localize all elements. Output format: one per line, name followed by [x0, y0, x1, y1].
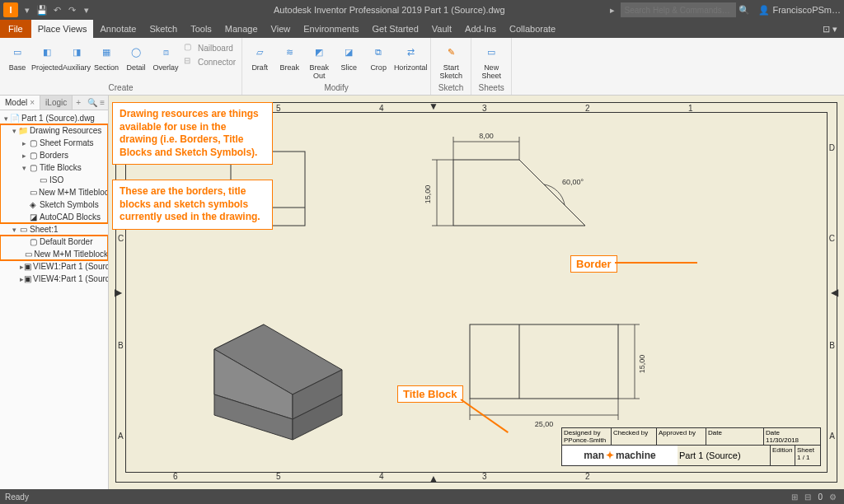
browser-tab-ilogic[interactable]: iLogic [40, 96, 73, 110]
tab-annotate[interactable]: Annotate [93, 20, 143, 38]
border-icon: ▢ [28, 151, 38, 161]
auxiliary-button[interactable]: ◨Auxiliary [63, 40, 91, 74]
ribbon-group-sheets: ▭New Sheet Sheets [471, 38, 512, 95]
center-arrow-icon: ▼ [429, 101, 438, 111]
tree-sheet1[interactable]: ▾▭Sheet:1 [0, 223, 108, 236]
tree-autocad-blocks[interactable]: ◪AutoCAD Blocks [0, 211, 108, 223]
user-icon: 👤 [758, 5, 770, 16]
sb-icon[interactable]: ⚙ [826, 492, 839, 502]
tree-default-border[interactable]: ▢Default Border [0, 236, 108, 248]
tab-sketch[interactable]: Sketch [143, 20, 185, 38]
projected-button[interactable]: ◧Projected [33, 40, 61, 74]
tab-get-started[interactable]: Get Started [366, 20, 425, 38]
connector-button[interactable]: ⊟Connector [181, 55, 238, 68]
breakout-button[interactable]: ◩Break Out [305, 40, 333, 82]
svg-text:15,00: 15,00 [424, 185, 432, 204]
tb-date: 11/30/2018 [766, 436, 818, 444]
redo-icon[interactable]: ↷ [66, 4, 77, 16]
center-arrow-icon: ▲ [429, 474, 438, 483]
svg-rect-12 [470, 324, 618, 399]
tb-designed-lbl: Designed by [564, 429, 609, 436]
search-arrow-icon[interactable]: ▸ [607, 4, 618, 16]
zone-bot: 5 [276, 472, 281, 481]
tab-vault[interactable]: Vault [425, 20, 458, 38]
user-menu[interactable]: 👤 FranciscoPSm… [758, 5, 841, 16]
sb-icon[interactable]: ⊞ [788, 492, 801, 502]
tree-title-blocks[interactable]: ▾▢Title Blocks [0, 161, 108, 174]
tree-sheet-formats[interactable]: ▸▢Sheet Formats [0, 137, 108, 149]
file-tab[interactable]: File [0, 20, 31, 38]
crop-icon: ⧉ [368, 41, 389, 63]
projected-icon: ◧ [36, 41, 58, 63]
app-title: Autodesk Inventor Professional 2019 Part… [274, 5, 505, 15]
svg-text:8,00: 8,00 [479, 132, 494, 140]
tree-new-titleblock[interactable]: ▭New M+M Titleblock [0, 186, 108, 198]
search-icon[interactable]: 🔍 [738, 4, 750, 16]
connector-icon: ⊟ [184, 56, 195, 68]
tree-new-tb-used[interactable]: ▭New M+M Titleblock [0, 248, 108, 260]
nailboard-button[interactable]: ▢Nailboard [181, 41, 238, 54]
svg-text:25,00: 25,00 [535, 420, 554, 428]
tree-drawing-resources[interactable]: ▾📁Drawing Resources [0, 124, 108, 137]
slice-button[interactable]: ◪Slice [335, 40, 363, 74]
titleblock-icon: ▢ [28, 163, 38, 173]
tab-tools[interactable]: Tools [184, 20, 218, 38]
overlay-button[interactable]: ⧈Overlay [152, 40, 180, 74]
nailboard-icon: ▢ [184, 42, 195, 54]
section-icon: ▦ [96, 41, 117, 63]
center-arrow-icon: ▶ [115, 287, 122, 297]
view-top: 25,00 15,00 [453, 300, 684, 432]
group-label-sheets: Sheets [475, 83, 508, 95]
break-icon: ≋ [279, 41, 300, 63]
zone-top: 5 [276, 104, 281, 113]
tree-iso[interactable]: ▭ISO [0, 174, 108, 186]
center-arrow-icon: ◀ [831, 287, 838, 297]
crop-button[interactable]: ⧉Crop [364, 40, 392, 74]
tb-checked-lbl: Checked by [612, 428, 657, 445]
undo-icon[interactable]: ↶ [51, 4, 63, 16]
tb-sheet: 1 / 1 [797, 454, 818, 461]
tree-view4[interactable]: ▸▣VIEW4:Part 1 (Source).ipt [0, 273, 108, 285]
draft-button[interactable]: ▱Draft [246, 40, 274, 74]
sheet1-icon: ▭ [18, 225, 28, 235]
status-bar: Ready ⊞ ⊟ 0 ⚙ [0, 489, 844, 504]
break-button[interactable]: ≋Break [275, 40, 303, 74]
view-side: 8,00 15,00 60,00° [420, 119, 692, 259]
tab-view[interactable]: View [265, 20, 298, 38]
zone-side: B [118, 341, 124, 350]
detail-button[interactable]: ◯Detail [122, 40, 150, 74]
browser-tab-add[interactable]: + [73, 96, 84, 110]
status-count: 0 [818, 492, 823, 502]
callout-border-line [615, 262, 697, 264]
qat-more-icon[interactable]: ▾ [81, 4, 92, 16]
ribbon-group-modify: ▱Draft ≋Break ◩Break Out ◪Slice ⧉Crop ⇄H… [242, 38, 431, 95]
base-button[interactable]: ▭Base [3, 40, 31, 74]
tab-add-ins[interactable]: Add-Ins [458, 20, 503, 38]
open-icon[interactable]: ▾ [21, 4, 33, 16]
horizontal-button[interactable]: ⇄Horizontal [394, 40, 427, 74]
ribbon-help-icon[interactable]: ⊡ ▾ [816, 20, 844, 38]
drawing-canvas[interactable]: 6 5 4 3 2 1 6 5 4 3 2 D C B A D C B A ▼ … [109, 96, 844, 489]
section-button[interactable]: ▦Section [92, 40, 120, 74]
tree-sketch-symbols[interactable]: ◈Sketch Symbols [0, 198, 108, 211]
start-sketch-button[interactable]: ✎Start Sketch [434, 40, 467, 82]
browser-options[interactable]: 🔍 ≡ [84, 96, 108, 110]
callout-used: These are the borders, title blocks and … [112, 180, 273, 230]
sb-icon[interactable]: ⊟ [801, 492, 814, 502]
browser-tab-model[interactable]: Model × [0, 96, 40, 110]
zone-bot: 6 [173, 472, 178, 481]
tab-manage[interactable]: Manage [218, 20, 265, 38]
tb-icon: ▭ [30, 188, 37, 198]
tab-collaborate[interactable]: Collaborate [503, 20, 562, 38]
tree-root[interactable]: ▾📄Part 1 (Source).dwg [0, 112, 108, 124]
search-input[interactable] [621, 2, 736, 17]
svg-text:60,00°: 60,00° [562, 178, 584, 186]
save-icon[interactable]: 💾 [36, 4, 48, 16]
tree-view1[interactable]: ▸▣VIEW1:Part 1 (Source).ipt [0, 260, 108, 273]
tab-place-views[interactable]: Place Views [31, 20, 94, 38]
tb-date-lbl: Date [766, 429, 818, 436]
tab-environments[interactable]: Environments [297, 20, 365, 38]
new-sheet-button[interactable]: ▭New Sheet [475, 40, 508, 82]
zone-top: 4 [379, 104, 384, 113]
tree-borders[interactable]: ▸▢Borders [0, 149, 108, 161]
